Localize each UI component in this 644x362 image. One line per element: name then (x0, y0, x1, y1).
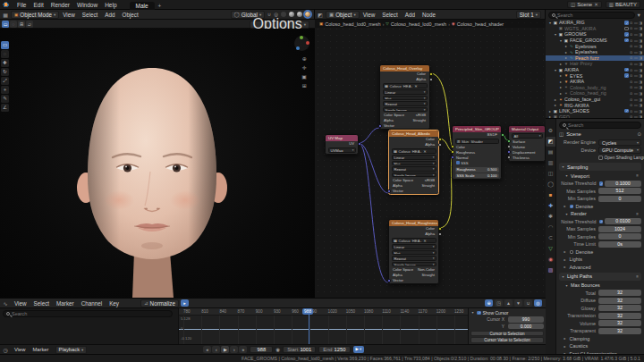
jump-end-button[interactable]: » (239, 346, 247, 353)
node-header[interactable]: Coloso_Head_Roughness (389, 220, 438, 226)
subsection-max-bounces[interactable]: ▾Max Bounces (559, 282, 641, 290)
node-header[interactable]: Principled_Skin_GROUP (453, 126, 501, 132)
proportional-edit-icon[interactable]: ◎ (534, 299, 542, 307)
prev-keyframe-button[interactable]: ‹ (212, 346, 220, 353)
disable-render-icon[interactable]: ◨ (639, 62, 642, 66)
render-engine-dropdown[interactable]: Cycles▾ (598, 139, 641, 147)
prop-value-field[interactable]: 0.1000 (605, 181, 641, 187)
disable-render-icon[interactable]: ◨ (639, 38, 642, 43)
include-checkbox[interactable] (624, 109, 629, 114)
disable-viewport-icon[interactable]: ▭ (634, 73, 638, 78)
include-checkbox[interactable] (624, 73, 629, 78)
tool-option-icon[interactable]: ▱ (26, 21, 33, 28)
disable-render-icon[interactable]: ◨ (639, 97, 642, 102)
pin-icon[interactable]: ⊙ (637, 131, 641, 137)
disable-viewport-icon[interactable]: ▭ (634, 44, 638, 48)
graph-menu-view[interactable]: View (11, 299, 30, 308)
props-tab-constraints[interactable]: ⊂ (546, 233, 555, 243)
hide-eye-icon[interactable]: ⊙ (630, 109, 632, 114)
cursor-y-field[interactable]: 0.000 (508, 324, 544, 330)
node-socket[interactable] (429, 78, 433, 81)
outliner-row-hair-proxy[interactable]: ▸▼Hair Proxy⊙▭◨ (546, 61, 644, 67)
preset-icon[interactable]: ≡ (636, 173, 639, 178)
image-datablock[interactable]: ▦Coloso_HEA..✕ (383, 83, 428, 88)
node-socket[interactable] (438, 227, 442, 231)
node-dropdown[interactable]: Linear▾ (383, 89, 428, 95)
auto-key-icon[interactable]: ◉ (275, 347, 280, 352)
outliner-row-coloso-body-rig[interactable]: ▸✶Coloso_body_rig⊙▭◨ (546, 85, 644, 91)
props-tab-tool[interactable]: ⚙ (546, 126, 555, 136)
panel-sss[interactable]: SSS (453, 161, 501, 166)
shader-type-dropdown[interactable]: ▣Object▾ (326, 11, 360, 19)
prop-value-field[interactable]: 512 (598, 188, 641, 194)
outliner-row-eyelashes[interactable]: ▸∿Eyelashes⊙▭◨ (546, 49, 644, 55)
panel-advanced[interactable]: ▸Advanced (559, 264, 641, 272)
shading-rendered-icon[interactable] (305, 12, 310, 17)
props-tab-material[interactable]: ◉ (546, 255, 555, 265)
outliner-row-eyebrows[interactable]: ▸∿Eyebrows⊙▭◨ (546, 43, 644, 49)
disable-render-icon[interactable]: ◨ (639, 21, 642, 25)
topbar-menu-help[interactable]: Help (101, 0, 120, 10)
prop-value-field[interactable]: 32 (598, 298, 641, 304)
disable-render-icon[interactable]: ◨ (639, 32, 642, 37)
hide-eye-icon[interactable]: ⊙ (630, 32, 632, 37)
tool-transform-icon[interactable]: ⌖ (1, 86, 9, 94)
hide-eye-icon[interactable]: ⊙ (630, 62, 632, 66)
disable-viewport-icon[interactable]: ▭ (634, 109, 638, 114)
node-dropdown[interactable]: Flat▾ (392, 161, 436, 166)
prop-value-field[interactable]: 32 (598, 320, 641, 326)
playback-sync-button[interactable]: ▶▾ (353, 346, 365, 353)
prop-value-field[interactable]: 32 (598, 328, 641, 334)
viewport-menu-select[interactable]: Select (79, 10, 102, 20)
prop-value-field[interactable]: 32 (598, 313, 641, 319)
prop-value-field[interactable]: 0 (598, 196, 641, 202)
disable-render-icon[interactable]: ◨ (639, 103, 642, 107)
outliner-row-grooms[interactable]: ▾▣GROOMS⊙▭◨ (546, 31, 644, 38)
outliner-row-face-grooms[interactable]: ▾▣FACE_GROOMS⊙▭◨ (546, 38, 644, 44)
hide-eye-icon[interactable]: ⊙ (630, 38, 632, 43)
outliner-search[interactable] (548, 12, 635, 19)
props-tab-render[interactable]: ◩ (546, 137, 555, 147)
next-keyframe-button[interactable]: › (230, 346, 238, 353)
subsection-render[interactable]: ▾Render≡ (559, 210, 641, 218)
node-socket[interactable] (438, 143, 442, 147)
playhead-frame-badge[interactable]: 988 (302, 308, 313, 315)
node-dropdown[interactable]: UVMap▾ (328, 147, 356, 153)
active-tool-icon[interactable]: ▭ (2, 21, 9, 28)
unlink-icon[interactable]: ✕ (423, 239, 427, 243)
axis-y-icon[interactable] (300, 36, 303, 39)
include-checkbox[interactable] (624, 38, 629, 43)
props-tab-object-data[interactable]: ▽ (546, 244, 555, 254)
show-errors-icon[interactable]: ▲ (504, 299, 513, 307)
node-socket[interactable] (507, 150, 511, 154)
node-socket[interactable] (438, 138, 442, 141)
axis-z-icon[interactable] (296, 46, 300, 50)
hide-eye-icon[interactable]: ⊙ (630, 103, 632, 107)
node-socket[interactable] (507, 156, 511, 159)
disable-viewport-icon[interactable]: ▭ (634, 91, 638, 96)
scene-selector[interactable]: ◫Scene✕ (567, 1, 602, 8)
hide-eye-icon[interactable]: ⊙ (630, 91, 632, 96)
topbar-menu-edit[interactable]: Edit (30, 0, 47, 10)
node-header[interactable]: Material Output (509, 126, 545, 132)
image-datablock[interactable]: ▦Coloso_HEA..✕ (392, 148, 436, 154)
node-tex-albedo[interactable]: Coloso_Head_AlbedoColorAlpha▦Coloso_HEA.… (388, 130, 439, 195)
node-socket[interactable] (451, 150, 454, 154)
graph-menu-key[interactable]: Key (106, 299, 123, 308)
props-tab-modifiers[interactable]: ✚ (546, 201, 555, 211)
node-tex-rough[interactable]: Coloso_Head_RoughnessColorAlpha▦Coloso_H… (388, 219, 439, 284)
timeline-menu-marker[interactable]: Marker (29, 345, 52, 355)
props-tab-physics[interactable]: ◠ (546, 223, 555, 232)
hide-eye-icon[interactable]: ⊙ (630, 68, 632, 72)
fcurve-line[interactable] (179, 329, 468, 330)
only-selected-icon[interactable]: ⊕ (485, 299, 493, 307)
disable-render-icon[interactable]: ◨ (639, 26, 642, 30)
outliner-row-akira-rig[interactable]: ▾▣AKIRA_RIG⊙▭◨ (546, 20, 644, 26)
device-dropdown[interactable]: GPU Compute▾ (598, 147, 641, 154)
prop-value-field[interactable]: 32 (598, 290, 641, 296)
topbar-menu-file[interactable]: File (13, 0, 30, 10)
preset-icon[interactable]: ≡ (636, 212, 639, 216)
graph-menu-marker[interactable]: Marker (53, 299, 78, 308)
camera-view-icon[interactable]: ▣ (301, 73, 307, 80)
navigation-gizmo[interactable] (294, 36, 309, 51)
